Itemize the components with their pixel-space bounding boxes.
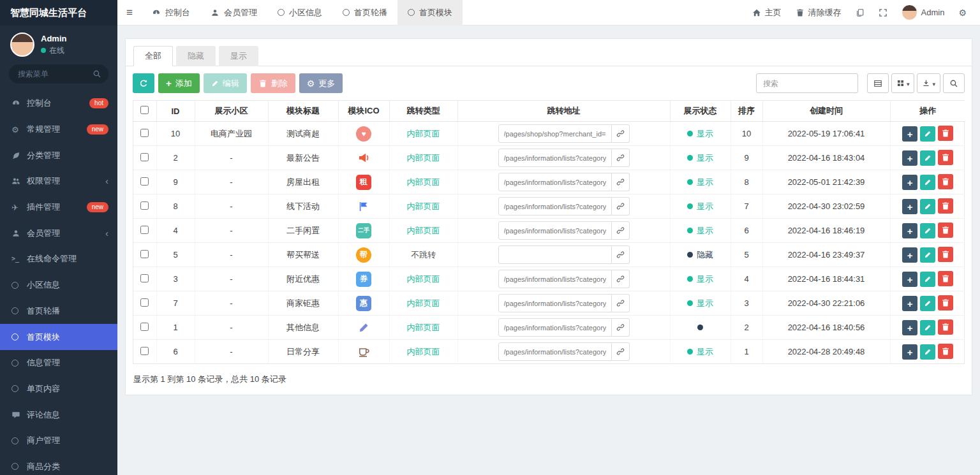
row-edit-button[interactable] (920, 223, 935, 238)
row-checkbox[interactable] (140, 226, 149, 234)
sidebar-item[interactable]: 小区信息 (0, 272, 117, 298)
add-button[interactable]: + 添加 (158, 73, 200, 93)
url-input[interactable] (498, 221, 612, 240)
menu-toggle-icon[interactable]: ≡ (117, 6, 142, 19)
row-checkbox[interactable] (140, 274, 149, 282)
refresh-button[interactable] (133, 73, 154, 93)
row-edit-button[interactable] (920, 296, 935, 311)
row-checkbox[interactable] (140, 347, 149, 355)
columns-button[interactable]: ▾ (891, 73, 915, 93)
row-checkbox[interactable] (140, 201, 149, 210)
row-delete-button[interactable] (938, 223, 953, 238)
more-button[interactable]: ⚙ 更多 (299, 73, 343, 93)
export-button[interactable]: ▾ (917, 73, 940, 93)
row-delete-button[interactable] (938, 126, 953, 141)
link-button[interactable] (612, 245, 630, 264)
column-header[interactable]: 跳转类型 (389, 101, 457, 122)
topnav-tab[interactable]: 首页轮播 (332, 0, 397, 26)
url-input[interactable] (498, 270, 612, 288)
link-button[interactable] (612, 173, 630, 191)
row-plus-button[interactable]: + (902, 175, 917, 190)
column-header[interactable]: 模块ICO (338, 101, 389, 122)
url-input[interactable] (498, 318, 612, 337)
topnav-tab[interactable]: 控制台 (142, 0, 200, 26)
delete-button[interactable]: 删除 (251, 73, 295, 93)
row-checkbox[interactable] (140, 250, 149, 258)
column-header[interactable]: 跳转地址 (457, 101, 670, 122)
row-edit-button[interactable] (920, 344, 935, 360)
sidebar-item[interactable]: 评论信息 (0, 402, 117, 428)
row-checkbox[interactable] (140, 177, 149, 186)
sidebar-item[interactable]: 权限管理‹ (0, 168, 117, 194)
search-toggle-button[interactable] (943, 73, 965, 93)
topnav-tab[interactable]: 会员管理 (200, 0, 267, 26)
row-plus-button[interactable]: + (902, 344, 917, 360)
row-edit-button[interactable] (920, 199, 935, 214)
topnav-tab[interactable]: 首页模块 (397, 0, 463, 26)
row-edit-button[interactable] (920, 247, 935, 263)
row-delete-button[interactable] (938, 319, 953, 335)
link-button[interactable] (612, 270, 630, 288)
select-all-checkbox[interactable] (140, 106, 149, 114)
column-header[interactable]: 操作 (890, 101, 965, 122)
link-button[interactable] (612, 221, 630, 240)
sidebar-item[interactable]: 信息管理 (0, 350, 117, 376)
row-checkbox[interactable] (140, 129, 149, 137)
row-checkbox[interactable] (140, 298, 149, 307)
row-edit-button[interactable] (920, 175, 935, 190)
row-plus-button[interactable]: + (902, 126, 917, 142)
column-header[interactable]: ID (156, 101, 195, 122)
row-edit-button[interactable] (920, 320, 935, 335)
link-button[interactable] (612, 149, 630, 167)
sidebar-item[interactable]: ⚙常规管理new (0, 117, 117, 143)
sidebar-item[interactable]: ✈插件管理new (0, 194, 117, 221)
row-plus-button[interactable]: + (902, 223, 917, 238)
row-delete-button[interactable] (938, 295, 953, 311)
link-button[interactable] (612, 342, 630, 361)
row-plus-button[interactable]: + (902, 247, 917, 263)
row-delete-button[interactable] (938, 247, 953, 262)
url-input[interactable] (498, 294, 612, 312)
url-input[interactable] (498, 245, 612, 264)
settings-button[interactable]: ⚙ (951, 0, 974, 26)
row-delete-button[interactable] (938, 150, 953, 165)
row-delete-button[interactable] (938, 198, 953, 214)
row-edit-button[interactable] (920, 272, 935, 287)
filter-tab[interactable]: 全部 (133, 46, 173, 66)
column-header[interactable]: 模块标题 (268, 101, 338, 122)
sidebar-item[interactable]: 首页模块 (0, 324, 117, 350)
home-link[interactable]: 主页 (745, 0, 789, 26)
topnav-tab[interactable]: 小区信息 (267, 0, 332, 26)
row-edit-button[interactable] (920, 126, 935, 142)
row-plus-button[interactable]: + (902, 150, 917, 166)
table-search-input[interactable] (756, 73, 858, 93)
column-header[interactable]: 创建时间 (762, 101, 890, 122)
sidebar-item[interactable]: 商品分类 (0, 454, 117, 475)
sidebar-item[interactable]: 商户管理 (0, 428, 117, 454)
sidebar-item[interactable]: 控制台hot (0, 91, 117, 117)
sidebar-item[interactable]: 会员管理‹ (0, 220, 117, 246)
row-plus-button[interactable]: + (902, 320, 917, 335)
url-input[interactable] (498, 342, 612, 361)
sidebar-item[interactable]: 单页内容 (0, 376, 117, 402)
url-input[interactable] (498, 197, 612, 216)
column-header[interactable]: 排序 (731, 101, 762, 122)
clear-cache-button[interactable]: 清除缓存 (789, 0, 849, 26)
url-input[interactable] (498, 124, 612, 143)
filter-tab[interactable]: 隐藏 (176, 46, 216, 66)
row-delete-button[interactable] (938, 271, 953, 286)
row-plus-button[interactable]: + (902, 199, 917, 214)
url-input[interactable] (498, 149, 612, 167)
fullscreen-button[interactable] (872, 0, 895, 26)
link-button[interactable] (612, 318, 630, 337)
row-checkbox[interactable] (140, 323, 149, 331)
url-input[interactable] (498, 173, 612, 191)
row-plus-button[interactable]: + (902, 296, 917, 311)
view-toggle-button[interactable] (867, 73, 889, 93)
row-delete-button[interactable] (938, 344, 953, 359)
link-button[interactable] (612, 197, 630, 216)
link-button[interactable] (612, 294, 630, 312)
edit-button[interactable]: 编辑 (204, 73, 247, 93)
link-button[interactable] (612, 124, 630, 143)
row-plus-button[interactable]: + (902, 272, 917, 287)
